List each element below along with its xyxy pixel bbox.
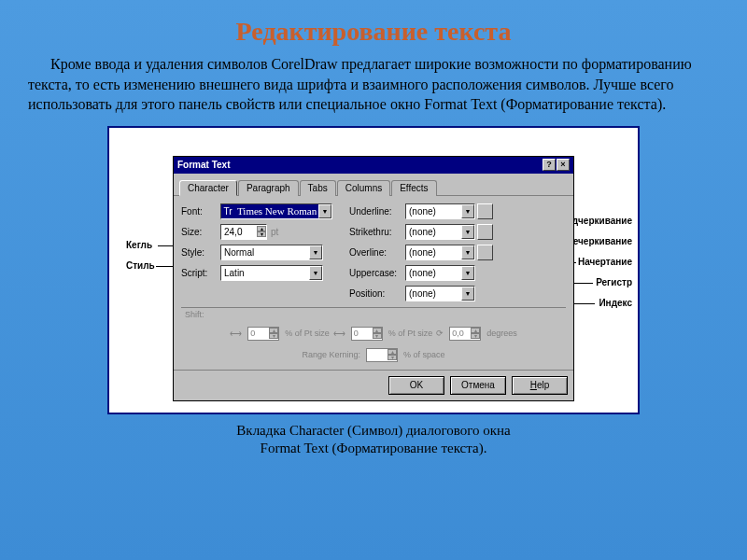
spin-down-icon[interactable]: ▾ [257, 231, 266, 237]
underline-label: Underline: [349, 206, 405, 217]
pt-unit: pt [271, 227, 278, 237]
close-icon[interactable]: × [557, 159, 570, 171]
overline-label: Overline: [349, 247, 405, 258]
annotation-uppercase: Регистр [596, 277, 632, 287]
shift-controls: ⟷ 0▴▾ % of Pt size ⟷ 0▴▾ % of Pt size ⟳ … [181, 327, 566, 341]
style-combo[interactable]: Normal ▼ [220, 245, 323, 260]
font-value: Times New Roman [234, 205, 318, 217]
tab-tabs[interactable]: Tabs [300, 180, 336, 196]
position-label: Position: [349, 288, 405, 299]
figure-caption: Вкладка Character (Символ) диалогового о… [0, 414, 747, 458]
strikethru-label: Strikethru: [349, 227, 405, 237]
shift-h-field: 0▴▾ [247, 327, 279, 341]
format-text-dialog: Format Text ? × Character Paragraph Tabs… [173, 156, 574, 401]
tab-character[interactable]: Character [179, 180, 237, 196]
tab-strip: Character Paragraph Tabs Columns Effects [174, 174, 573, 196]
strikethru-combo[interactable]: (none) ▼ [405, 224, 475, 240]
chevron-down-icon[interactable]: ▼ [309, 266, 322, 280]
annotation-position: Индекс [599, 298, 632, 308]
shift-v-unit: % of Pt size [388, 329, 433, 338]
dialog-titlebar[interactable]: Format Text ? × [174, 157, 573, 174]
font-label: Font: [181, 206, 220, 217]
underline-edit-icon[interactable] [477, 203, 493, 219]
range-kerning-label: Range Kerning: [302, 350, 360, 359]
annotated-screenshot: Гарнитура Кегль Стиль Подчеркивание Пере… [115, 156, 632, 401]
strikethru-value: (none) [406, 227, 461, 237]
size-value: 24,0 [221, 227, 257, 237]
shift-h-unit: % of Pt size [285, 329, 330, 338]
position-combo[interactable]: (none) ▼ [405, 286, 475, 301]
tab-columns[interactable]: Columns [337, 180, 390, 196]
overline-edit-icon[interactable] [477, 245, 493, 260]
script-label: Script: [181, 268, 220, 278]
annotation-style: Стиль [126, 260, 155, 271]
cancel-button[interactable]: Отмена [450, 376, 506, 395]
slide-title: Редактирование текста [0, 0, 747, 54]
character-panel: Font: Tr Times New Roman ▼ Underline: (n… [174, 196, 573, 370]
body-paragraph: Кроме ввода и удаления символов CorelDra… [0, 54, 747, 122]
caption-line-1: Вкладка Character (Символ) диалогового о… [0, 422, 747, 441]
dialog-title: Format Text [177, 160, 231, 170]
font-combo[interactable]: Tr Times New Roman ▼ [220, 203, 332, 219]
help-icon[interactable]: ? [543, 159, 556, 171]
tab-effects[interactable]: Effects [391, 180, 436, 196]
uppercase-label: Uppercase: [349, 268, 405, 278]
script-combo[interactable]: Latin ▼ [220, 265, 323, 281]
chevron-down-icon[interactable]: ▼ [461, 204, 474, 218]
help-button[interactable]: Help [512, 376, 568, 395]
rotate-unit: degrees [486, 329, 517, 338]
shift-v-field: 0▴▾ [351, 327, 383, 341]
chevron-down-icon[interactable]: ▼ [461, 225, 474, 239]
kerning-field: ▴▾ [366, 348, 398, 362]
ok-button[interactable]: OK [388, 376, 444, 395]
chevron-down-icon[interactable]: ▼ [309, 245, 322, 259]
annotation-kegl: Кегль [126, 240, 152, 250]
strikethru-edit-icon[interactable] [477, 224, 493, 240]
rotate-field: 0,0▴▾ [449, 327, 481, 341]
style-label: Style: [181, 247, 220, 258]
uppercase-combo[interactable]: (none) ▼ [405, 265, 475, 281]
underline-value: (none) [406, 206, 461, 217]
overline-value: (none) [406, 247, 461, 258]
chevron-down-icon[interactable]: ▼ [461, 266, 474, 280]
chevron-down-icon[interactable]: ▼ [318, 204, 331, 218]
figure-border: Гарнитура Кегль Стиль Подчеркивание Пере… [107, 126, 640, 414]
position-value: (none) [406, 288, 461, 299]
underline-combo[interactable]: (none) ▼ [405, 203, 475, 219]
chevron-down-icon[interactable]: ▼ [461, 287, 474, 301]
kerning-controls: Range Kerning: ▴▾ % of space [181, 348, 566, 362]
shift-label: Shift: [181, 310, 566, 319]
caption-line-2: Format Text (Форматирование текста). [0, 440, 747, 458]
annotation-overline: Начертание [578, 257, 632, 267]
kerning-unit: % of space [403, 350, 445, 359]
tab-paragraph[interactable]: Paragraph [238, 180, 299, 196]
dialog-buttons: OK Отмена Help [174, 370, 573, 400]
chevron-down-icon[interactable]: ▼ [461, 245, 474, 259]
overline-combo[interactable]: (none) ▼ [405, 245, 475, 260]
size-field[interactable]: 24,0 ▴▾ [220, 224, 267, 240]
uppercase-value: (none) [406, 268, 461, 278]
script-value: Latin [221, 268, 309, 278]
style-value: Normal [221, 247, 309, 258]
size-label: Size: [181, 227, 220, 237]
figure-container: Гарнитура Кегль Стиль Подчеркивание Пере… [0, 122, 747, 414]
